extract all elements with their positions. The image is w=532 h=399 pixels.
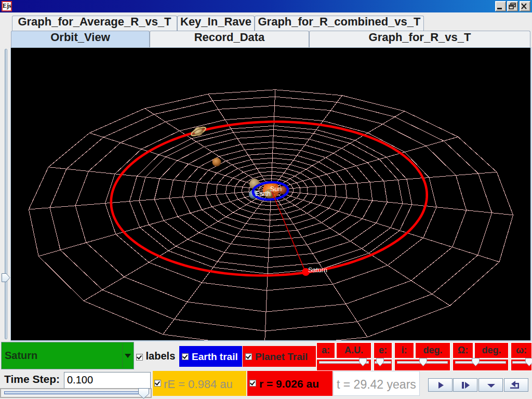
svg-text:Earth: Earth <box>255 190 271 197</box>
svg-text:Sun: Sun <box>270 185 282 193</box>
svg-text:Saturn: Saturn <box>308 267 327 274</box>
